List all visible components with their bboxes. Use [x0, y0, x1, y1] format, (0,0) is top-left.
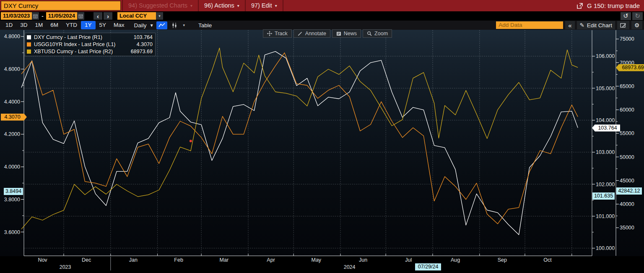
crosshair-icon: [267, 31, 272, 36]
svg-text:106.000: 106.000: [596, 53, 615, 59]
chart-tools: Track Annotate News Zoom: [263, 29, 392, 38]
svg-text:102.000: 102.000: [596, 182, 615, 187]
year-label: 2024: [344, 264, 356, 270]
gridlines: [24, 30, 592, 256]
month-label: Apr: [267, 257, 275, 263]
annotate-button[interactable]: Annotate: [293, 29, 330, 38]
month-label: Jul: [405, 257, 412, 263]
month-label: May: [311, 257, 321, 263]
track-cursor-r1: 101.635: [592, 192, 615, 200]
series-lines: [21, 48, 578, 234]
news-button[interactable]: News: [332, 29, 361, 38]
legend-row-usgg10yr[interactable]: USGG10YR Index - Last Price (L1) 4.3070: [27, 41, 153, 48]
svg-text:35000: 35000: [620, 225, 634, 231]
svg-text:45000: 45000: [620, 178, 634, 184]
dxy-swatch: [27, 35, 31, 39]
time-axis: NovDecJanFebMarAprMayJunJulAugSepOct2023…: [38, 254, 571, 270]
svg-text:55000: 55000: [620, 130, 634, 136]
svg-text:3.6000: 3.6000: [4, 229, 20, 235]
svg-text:103.000: 103.000: [596, 149, 615, 155]
svg-text:40000: 40000: [620, 201, 634, 207]
zoom-button[interactable]: Zoom: [363, 29, 392, 38]
svg-text:104.000: 104.000: [596, 117, 615, 123]
month-label: Sep: [498, 257, 507, 263]
month-label: Jun: [359, 257, 367, 263]
track-cursor-r2: 42842.12: [616, 187, 642, 195]
axes: [24, 30, 616, 256]
magnifier-icon: [367, 31, 372, 36]
svg-text:50000: 50000: [620, 154, 634, 160]
month-label: Dec: [82, 257, 91, 263]
track-button[interactable]: Track: [263, 29, 292, 38]
svg-text:4.2000: 4.2000: [4, 131, 20, 137]
svg-text:4.6000: 4.6000: [4, 66, 20, 72]
legend-row-dxy[interactable]: DXY Curncy - Last Price (R1) 103.764: [27, 34, 153, 41]
month-label: Aug: [451, 257, 460, 263]
svg-text:101.000: 101.000: [596, 213, 615, 219]
svg-text:100.000: 100.000: [596, 245, 615, 251]
month-label: Jan: [129, 257, 138, 263]
r1-axis: 106.000105.000104.000103.000102.000101.0…: [592, 53, 615, 251]
xbtusd-swatch: [27, 49, 31, 54]
pencil-icon: [298, 31, 303, 36]
series-r1: [21, 52, 578, 235]
svg-text:4.8000: 4.8000: [4, 34, 20, 39]
month-label: Mar: [220, 257, 229, 263]
chart-legend: DXY Curncy - Last Price (R1) 103.764 USG…: [25, 33, 156, 56]
month-label: Feb: [174, 257, 183, 263]
legend-row-xbtusd[interactable]: XBTUSD Curncy - Last Price (R2) 68973.69: [27, 48, 153, 55]
month-label: Oct: [543, 257, 552, 263]
last-price-badge-r2: 68973.69: [616, 64, 644, 71]
usgg10yr-swatch: [27, 42, 31, 47]
last-price-badge-r1: 103.764: [592, 125, 620, 132]
svg-text:105.000: 105.000: [596, 86, 615, 91]
track-cursor-date: 07/29/24: [415, 263, 441, 270]
svg-text:65000: 65000: [620, 83, 634, 89]
last-price-badge-l1: 4.3070: [1, 114, 27, 121]
svg-text:75000: 75000: [620, 36, 634, 42]
bloomberg-terminal-chart: { "header": { "security_input": "DXY Cur…: [0, 0, 644, 273]
month-label: Nov: [38, 257, 47, 263]
l1-axis: 4.80004.60004.40004.20004.00003.80003.60…: [4, 34, 24, 235]
year-label: 2023: [60, 264, 71, 270]
svg-text:60000: 60000: [620, 107, 634, 113]
annotation-dot: [190, 140, 192, 142]
news-icon: [336, 31, 341, 36]
svg-text:4.0000: 4.0000: [4, 164, 20, 170]
svg-text:4.4000: 4.4000: [4, 99, 20, 105]
series-l1: [21, 53, 578, 224]
series-r2: [21, 48, 578, 229]
svg-text:3.8000: 3.8000: [4, 197, 20, 203]
track-cursor-l1: 3.8494: [4, 188, 23, 195]
